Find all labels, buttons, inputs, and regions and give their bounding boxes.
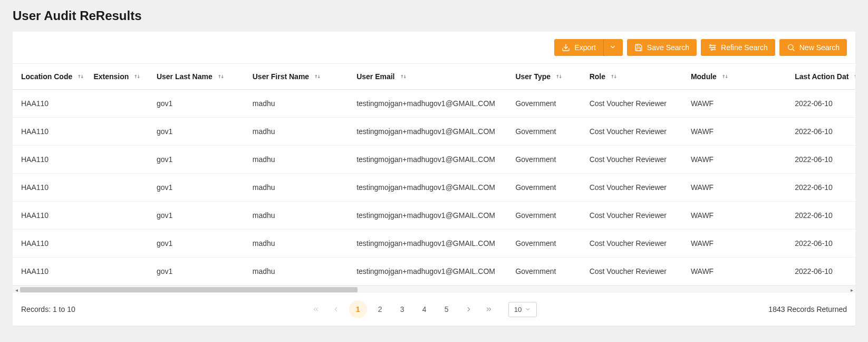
table-row[interactable]: HAA110gov1madhutestingmojgan+madhugov1@G… xyxy=(13,258,855,286)
cell-module: WAWF xyxy=(687,146,790,174)
cell-user_email: testingmojgan+madhugov1@GMAIL.COM xyxy=(352,118,511,146)
column-header-label: Location Code xyxy=(21,72,72,81)
save-search-label: Save Search xyxy=(647,43,689,52)
search-icon xyxy=(787,43,795,52)
page-size-value: 10 xyxy=(514,306,522,314)
scroll-right-arrow-icon[interactable]: ▸ xyxy=(848,286,855,293)
next-page-button[interactable] xyxy=(460,300,478,318)
export-button-label: Export xyxy=(574,43,595,52)
cell-role: Cost Voucher Reviewer xyxy=(585,174,687,202)
cell-role: Cost Voucher Reviewer xyxy=(585,146,687,174)
column-header-module[interactable]: Module xyxy=(687,64,790,90)
cell-extension xyxy=(89,90,152,118)
total-records-label: 1843 Records Returned xyxy=(768,305,847,314)
page-number-1[interactable]: 1 xyxy=(349,300,367,318)
cell-user_first: madhu xyxy=(248,202,352,230)
new-search-label: New Search xyxy=(799,43,840,52)
cell-module: WAWF xyxy=(687,118,790,146)
column-header-label: Role xyxy=(590,72,605,81)
cell-user_type: Government xyxy=(511,230,585,258)
cell-last_action: 2022-06-10 xyxy=(790,202,855,230)
column-header-user_type[interactable]: User Type xyxy=(511,64,585,90)
filter-icon xyxy=(708,43,717,52)
cell-extension xyxy=(89,118,152,146)
table-row[interactable]: HAA110gov1madhutestingmojgan+madhugov1@G… xyxy=(13,90,855,118)
table-row[interactable]: HAA110gov1madhutestingmojgan+madhugov1@G… xyxy=(13,230,855,258)
cell-user_email: testingmojgan+madhugov1@GMAIL.COM xyxy=(352,146,511,174)
cell-location_code: HAA110 xyxy=(13,90,89,118)
cell-role: Cost Voucher Reviewer xyxy=(585,258,687,286)
cell-location_code: HAA110 xyxy=(13,146,89,174)
cell-last_action: 2022-06-10 xyxy=(790,258,855,286)
table-row[interactable]: HAA110gov1madhutestingmojgan+madhugov1@G… xyxy=(13,174,855,202)
double-chevron-right-icon xyxy=(485,306,493,313)
cell-user_last: gov1 xyxy=(152,118,248,146)
refine-search-button[interactable]: Refine Search xyxy=(701,39,775,56)
page-size-select[interactable]: 10 xyxy=(508,302,537,317)
cell-module: WAWF xyxy=(687,202,790,230)
cell-module: WAWF xyxy=(687,90,790,118)
first-page-button[interactable] xyxy=(307,300,325,318)
save-icon xyxy=(634,43,643,52)
chevron-right-icon xyxy=(465,306,472,313)
export-dropdown-button[interactable] xyxy=(604,39,623,56)
cell-user_first: madhu xyxy=(248,174,352,202)
sort-icon xyxy=(555,72,563,81)
cell-last_action: 2022-06-10 xyxy=(790,174,855,202)
cell-module: WAWF xyxy=(687,230,790,258)
cell-location_code: HAA110 xyxy=(13,118,89,146)
column-header-label: User Email xyxy=(356,72,394,81)
cell-user_first: madhu xyxy=(248,230,352,258)
cell-user_type: Government xyxy=(511,258,585,286)
cell-user_type: Government xyxy=(511,174,585,202)
table-row[interactable]: HAA110gov1madhutestingmojgan+madhugov1@G… xyxy=(13,202,855,230)
export-button[interactable]: Export xyxy=(554,39,603,56)
cell-user_first: madhu xyxy=(248,90,352,118)
cell-user_email: testingmojgan+madhugov1@GMAIL.COM xyxy=(352,230,511,258)
page-number-3[interactable]: 3 xyxy=(393,300,411,318)
column-header-user_email[interactable]: User Email xyxy=(352,64,511,90)
table-row[interactable]: HAA110gov1madhutestingmojgan+madhugov1@G… xyxy=(13,118,855,146)
results-table-wrap: Location CodeExtensionUser Last NameUser… xyxy=(13,64,855,286)
cell-user_email: testingmojgan+madhugov1@GMAIL.COM xyxy=(352,202,511,230)
horizontal-scrollbar[interactable]: ◂ ▸ xyxy=(13,286,855,293)
column-header-user_first[interactable]: User First Name xyxy=(248,64,352,90)
save-search-button[interactable]: Save Search xyxy=(627,39,697,56)
last-page-button[interactable] xyxy=(480,300,498,318)
chevron-left-icon xyxy=(332,306,340,313)
download-icon xyxy=(562,43,570,52)
cell-role: Cost Voucher Reviewer xyxy=(585,202,687,230)
cell-extension xyxy=(89,146,152,174)
cell-extension xyxy=(89,202,152,230)
column-header-extension[interactable]: Extension xyxy=(89,64,152,90)
page-number-2[interactable]: 2 xyxy=(371,300,389,318)
cell-user_email: testingmojgan+madhugov1@GMAIL.COM xyxy=(352,258,511,286)
prev-page-button[interactable] xyxy=(327,300,345,318)
column-header-label: User Last Name xyxy=(157,72,213,81)
cell-user_type: Government xyxy=(511,118,585,146)
scroll-thumb[interactable] xyxy=(20,287,358,292)
column-header-location_code[interactable]: Location Code xyxy=(13,64,89,90)
column-header-role[interactable]: Role xyxy=(585,64,687,90)
cell-role: Cost Voucher Reviewer xyxy=(585,118,687,146)
page-number-4[interactable]: 4 xyxy=(416,300,433,318)
cell-last_action: 2022-06-10 xyxy=(790,118,855,146)
sort-icon xyxy=(133,72,141,81)
table-row[interactable]: HAA110gov1madhutestingmojgan+madhugov1@G… xyxy=(13,146,855,174)
export-button-group: Export xyxy=(554,39,622,56)
page-title: User Audit ReResults xyxy=(13,8,855,23)
cell-user_first: madhu xyxy=(248,146,352,174)
cell-user_type: Government xyxy=(511,90,585,118)
cell-user_last: gov1 xyxy=(152,258,248,286)
column-header-user_last[interactable]: User Last Name xyxy=(152,64,248,90)
cell-last_action: 2022-06-10 xyxy=(790,230,855,258)
records-range-label: Records: 1 to 10 xyxy=(21,305,75,314)
scroll-left-arrow-icon[interactable]: ◂ xyxy=(13,286,20,293)
column-header-label: Last Action Dat xyxy=(795,72,848,81)
sort-icon xyxy=(217,72,225,81)
new-search-button[interactable]: New Search xyxy=(779,39,847,56)
cell-location_code: HAA110 xyxy=(13,258,89,286)
refine-search-label: Refine Search xyxy=(721,43,768,52)
column-header-last_action[interactable]: Last Action Dat xyxy=(790,64,855,90)
page-number-5[interactable]: 5 xyxy=(438,300,456,318)
